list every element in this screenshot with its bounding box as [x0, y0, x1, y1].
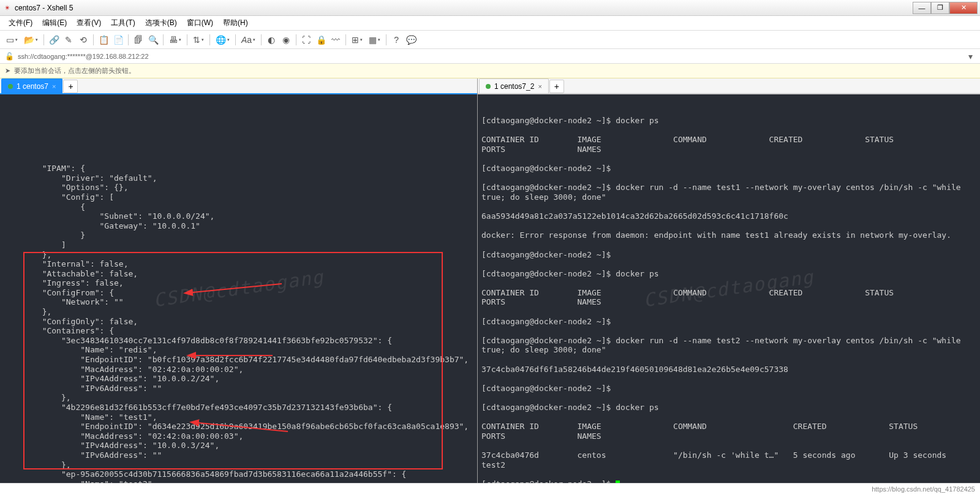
arrow-3: [196, 420, 288, 435]
tab-centos7-2[interactable]: 1 centos7_2 ×: [479, 78, 549, 93]
terminal-line: [cdtaogang@docker-node2 ~]$: [481, 384, 976, 393]
terminal-line: "Name": "test2",: [4, 479, 473, 483]
window-title: centos7 - Xshell 5: [15, 4, 913, 12]
add-tab-button[interactable]: +: [549, 80, 564, 93]
terminal-line: [cdtaogang@docker-node2 ~]$: [481, 317, 976, 327]
lock-icon[interactable]: 🔒: [314, 33, 328, 47]
left-tabs: 1 centos7 × +: [0, 78, 477, 94]
terminal-line: 37c4cba0476df6f1a58246b44de219f460501096…: [481, 365, 976, 374]
menu-edit[interactable]: 编辑(E): [37, 16, 72, 30]
open-icon[interactable]: 📂: [21, 33, 40, 47]
terminal-right[interactable]: CSDN@cdtaogang [cdtaogang@docker-node2 ~…: [478, 94, 980, 483]
globe-icon[interactable]: 🌐: [213, 33, 232, 47]
terminal-line: "Gateway": "10.0.0.1": [4, 221, 473, 231]
footer-url: https://blog.csdn.net/qq_41782425: [872, 485, 975, 493]
terminal-line: docker: Error response from daemon: endp…: [481, 230, 976, 240]
footer: https://blog.csdn.net/qq_41782425: [0, 483, 980, 494]
terminal-line: [cdtaogang@docker-node2 ~]$: [481, 250, 976, 260]
help-icon[interactable]: ?: [390, 33, 403, 47]
info-icon: ➤: [5, 67, 10, 75]
print-icon[interactable]: 🖶: [167, 33, 184, 47]
terminal-line: 6aa5934d49a81c2a037a5122eb1014ca32d62ba2…: [481, 211, 976, 221]
terminal-line: {: [4, 202, 473, 212]
terminal-line: CONTAINER ID IMAGE COMMAND CREATED STATU…: [481, 422, 976, 441]
copy2-icon[interactable]: 🗐: [132, 33, 145, 47]
terminal-line: [cdtaogang@docker-node2 ~]$ docker ps: [481, 269, 976, 279]
minimize-button[interactable]: —: [913, 2, 931, 14]
terminal-line: [cdtaogang@docker-node2 ~]$: [481, 479, 616, 483]
arrow-1: [190, 283, 282, 297]
color2-icon[interactable]: ◉: [279, 33, 293, 47]
terminal-line: CONTAINER ID IMAGE COMMAND CREATED STATU…: [481, 288, 976, 307]
terminal-line: ]: [4, 240, 473, 250]
addressbar[interactable]: 🔓 ssh://cdtaogang:*******@192.168.88.212…: [0, 49, 980, 64]
address-url: ssh://cdtaogang:*******@192.168.88.212:2…: [18, 53, 149, 60]
find-icon[interactable]: 🔍: [146, 33, 160, 47]
tab-centos7[interactable]: 1 centos7 ×: [1, 78, 62, 93]
disconnect-icon[interactable]: ✎: [62, 33, 75, 47]
svg-line-1: [193, 284, 282, 292]
menu-tab[interactable]: 选项卡(B): [140, 16, 182, 30]
chat-icon[interactable]: 💬: [404, 33, 418, 47]
wave-icon[interactable]: 〰: [329, 33, 342, 47]
maximize-button[interactable]: ❐: [931, 2, 949, 14]
svg-line-3: [199, 423, 288, 431]
left-pane: 1 centos7 × + CSDN@cdtaogang "IPAM": { "…: [0, 78, 478, 483]
menu-window[interactable]: 窗口(W): [182, 16, 218, 30]
window-titlebar: ✴ centos7 - Xshell 5 — ❐ ✕: [0, 0, 980, 16]
terminal-line: CONTAINER ID IMAGE COMMAND CREATED STATU…: [481, 135, 976, 154]
terminal-line: "IPAM": {: [4, 164, 473, 173]
tab-label: 1 centos7: [17, 82, 48, 91]
terminal-line: "Driver": "default",: [4, 173, 473, 183]
lock-small-icon: 🔓: [5, 52, 14, 61]
terminal-line: }: [4, 230, 473, 240]
terminal-line: [cdtaogang@docker-node2 ~]$ docker ps: [481, 403, 976, 412]
info-text: 要添加当前会话，点击左侧的箭头按钮。: [14, 66, 135, 75]
terminal-line: [cdtaogang@docker-node2 ~]$: [481, 164, 976, 173]
status-dot-icon: [486, 84, 491, 89]
app-icon: ✴: [2, 3, 12, 13]
menu-help[interactable]: 帮助(H): [218, 16, 253, 30]
new-session-icon[interactable]: ▭: [4, 33, 20, 47]
add-tab-button[interactable]: +: [63, 80, 78, 93]
tab-close-icon[interactable]: ×: [538, 83, 541, 90]
menubar: 文件(F) 编辑(E) 查看(V) 工具(T) 选项卡(B) 窗口(W) 帮助(…: [0, 16, 980, 31]
menu-view[interactable]: 查看(V): [72, 16, 106, 30]
status-dot-icon: [8, 84, 13, 89]
toolbar: ▭ 📂 🔗 ✎ ⟲ 📋 📄 🗐 🔍 🖶 ⇅ 🌐 Aa ◐ ◉ ⛶ 🔒 〰 ⊞ ▦…: [0, 31, 980, 49]
terminal-left[interactable]: CSDN@cdtaogang "IPAM": { "Driver": "defa…: [0, 94, 477, 483]
layout2-icon[interactable]: ▦: [366, 33, 383, 47]
terminal-line: "Options": {},: [4, 183, 473, 192]
menu-tools[interactable]: 工具(T): [106, 16, 140, 30]
cursor: [616, 481, 620, 483]
close-button[interactable]: ✕: [949, 2, 978, 14]
properties-icon[interactable]: ⟲: [77, 33, 90, 47]
terminal-line: "Subnet": "10.0.0.0/24",: [4, 211, 473, 221]
color1-icon[interactable]: ◐: [265, 33, 278, 47]
transfer-icon[interactable]: ⇅: [190, 33, 206, 47]
right-tabs: 1 centos7_2 × +: [478, 78, 980, 94]
tab-close-icon[interactable]: ×: [52, 83, 56, 90]
info-tip: ➤ 要添加当前会话，点击左侧的箭头按钮。: [0, 64, 980, 78]
terminal-line: 37c4cba0476d centos "/bin/sh -c 'while t…: [481, 450, 976, 469]
menu-file[interactable]: 文件(F): [4, 16, 37, 30]
arrow-2: [193, 351, 273, 361]
terminal-line: [cdtaogang@docker-node2 ~]$ docker run -…: [481, 336, 976, 355]
address-dropdown-icon[interactable]: ▾: [966, 51, 975, 61]
terminal-line: "Config": [: [4, 192, 473, 202]
terminal-line: [cdtaogang@docker-node2 ~]$ docker ps: [481, 116, 976, 126]
terminal-line: "ep-95a620055c4d30b7115666836a54869fbad7…: [4, 469, 473, 479]
tab-label: 1 centos7_2: [494, 82, 534, 91]
layout1-icon[interactable]: ⊞: [349, 33, 365, 47]
paste-icon[interactable]: 📄: [111, 33, 125, 47]
right-pane: 1 centos7_2 × + CSDN@cdtaogang [cdtaogan…: [478, 78, 980, 483]
reconnect-icon[interactable]: 🔗: [47, 33, 61, 47]
terminal-line: [cdtaogang@docker-node2 ~]$ docker run -…: [481, 183, 976, 202]
font-icon[interactable]: Aa: [239, 33, 258, 47]
fullscreen-icon[interactable]: ⛶: [300, 33, 313, 47]
copy-icon[interactable]: 📋: [97, 33, 110, 47]
